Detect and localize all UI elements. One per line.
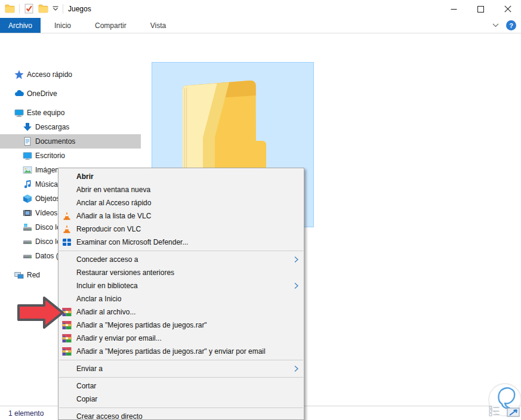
menu-item-anadir-al-archivo[interactable]: Añadir al archivo... xyxy=(58,305,304,319)
ribbon-right-controls: ? xyxy=(492,20,516,30)
minimize-icon xyxy=(451,6,457,13)
music-note-icon xyxy=(23,180,32,189)
menu-item-cortar[interactable]: Cortar xyxy=(58,379,304,393)
vlc-cone-icon xyxy=(62,224,72,234)
sidebar-item-acceso-rapido[interactable]: Acceso rápido xyxy=(0,67,141,82)
defender-icon xyxy=(62,237,72,247)
menu-separator xyxy=(59,360,303,360)
help-button[interactable]: ? xyxy=(506,20,516,30)
window-arrow-icon xyxy=(507,408,519,416)
tab-archivo[interactable]: Archivo xyxy=(0,18,41,33)
solvetic-watermark-logo xyxy=(482,378,521,420)
downloads-arrow-icon xyxy=(23,122,32,132)
submenu-arrow-icon xyxy=(294,282,298,289)
ribbon-collapse-chevron-icon[interactable] xyxy=(492,23,499,27)
network-icon xyxy=(14,270,24,280)
maximize-icon xyxy=(477,6,484,13)
sidebar-item-documentos[interactable]: Documentos xyxy=(0,134,141,149)
winrar-icon xyxy=(62,333,72,343)
sidebar-item-escritorio[interactable]: Escritorio xyxy=(0,149,141,163)
close-button[interactable] xyxy=(494,0,521,18)
tab-vista[interactable]: Vista xyxy=(140,18,176,33)
menu-item-anadir-enviar-email[interactable]: Añadir y enviar por email... xyxy=(58,332,304,345)
menu-item-incluir-biblioteca[interactable]: Incluir en biblioteca xyxy=(58,279,304,292)
drive-icon xyxy=(23,251,32,261)
context-menu: Abrir Abrir en ventana nueva Anclar al A… xyxy=(58,168,304,420)
menu-item-abrir-ventana-nueva[interactable]: Abrir en ventana nueva xyxy=(58,183,304,196)
menu-separator xyxy=(59,407,303,408)
menu-item-crear-acceso-directo[interactable]: Crear acceso directo xyxy=(58,410,304,420)
sidebar-item-onedrive[interactable]: OneDrive xyxy=(0,87,141,101)
explorer-window: Juegos Archivo Inicio Compartir Vista ? xyxy=(0,0,521,420)
window-folder-icon[interactable] xyxy=(5,4,15,14)
videos-film-icon xyxy=(23,208,32,218)
submenu-arrow-icon xyxy=(294,365,298,372)
menu-item-examinar-defender[interactable]: Examinar con Microsoft Defender... xyxy=(58,236,304,249)
title-bar: Juegos xyxy=(0,0,521,18)
vlc-cone-icon xyxy=(62,211,72,221)
menu-item-enviar-a[interactable]: Enviar a xyxy=(58,362,304,375)
toolbar-divider xyxy=(19,4,20,14)
maximize-button[interactable] xyxy=(467,0,494,18)
this-pc-monitor-icon xyxy=(14,108,24,118)
ribbon-tab-bar: Archivo Inicio Compartir Vista xyxy=(0,18,521,33)
properties-check-icon[interactable] xyxy=(24,4,34,14)
close-icon xyxy=(504,5,511,13)
menu-item-anadir-rar-enviar-email[interactable]: Añadir a "Mejores partidas de juegos.rar… xyxy=(58,345,304,358)
minimize-button[interactable] xyxy=(440,0,467,18)
drive-icon xyxy=(23,237,32,246)
new-folder-icon[interactable] xyxy=(38,4,48,14)
item-count-label: 1 elemento xyxy=(8,409,44,418)
menu-separator xyxy=(59,377,303,378)
tab-inicio[interactable]: Inicio xyxy=(44,18,81,33)
customize-toolbar-chevron-icon[interactable] xyxy=(53,6,58,11)
sidebar-item-este-equipo[interactable]: Este equipo xyxy=(0,106,141,120)
quick-access-star-icon xyxy=(14,70,24,79)
winrar-icon xyxy=(62,347,72,356)
system-drive-icon xyxy=(23,223,32,232)
menu-item-reproducir-vlc[interactable]: Reproducir con VLC xyxy=(58,223,304,236)
quick-access-toolbar xyxy=(5,4,63,14)
menu-item-anadir-a-rar[interactable]: Añadir a "Mejores partidas de juegos.rar… xyxy=(58,319,304,332)
toolbar-divider xyxy=(63,4,63,14)
onedrive-cloud-icon xyxy=(14,89,24,98)
window-controls xyxy=(440,0,521,18)
menu-item-anclar-acceso-rapido[interactable]: Anclar al Acceso rápido xyxy=(58,196,304,209)
navigation-toolbar: Este equipo Documentos Juegos xyxy=(0,34,521,55)
menu-separator xyxy=(59,251,303,251)
sidebar-item-descargas[interactable]: Descargas xyxy=(0,120,141,134)
documents-icon xyxy=(23,137,32,146)
menu-item-copiar[interactable]: Copiar xyxy=(58,393,304,406)
objects-3d-cube-icon xyxy=(23,194,32,203)
menu-item-restaurar-versiones[interactable]: Restaurar versiones anteriores xyxy=(58,266,304,279)
pictures-icon xyxy=(23,165,32,175)
tab-compartir[interactable]: Compartir xyxy=(85,18,137,33)
menu-item-anadir-lista-vlc[interactable]: Añadir a la lista de VLC xyxy=(58,209,304,223)
menu-item-conceder-acceso[interactable]: Conceder acceso a xyxy=(58,253,304,266)
submenu-arrow-icon xyxy=(294,256,298,263)
window-title: Juegos xyxy=(68,5,91,13)
menu-item-abrir[interactable]: Abrir xyxy=(58,170,304,183)
menu-item-anclar-inicio[interactable]: Anclar a Inicio xyxy=(58,292,304,305)
red-callout-arrow-icon xyxy=(16,295,66,333)
desktop-icon xyxy=(23,151,32,160)
